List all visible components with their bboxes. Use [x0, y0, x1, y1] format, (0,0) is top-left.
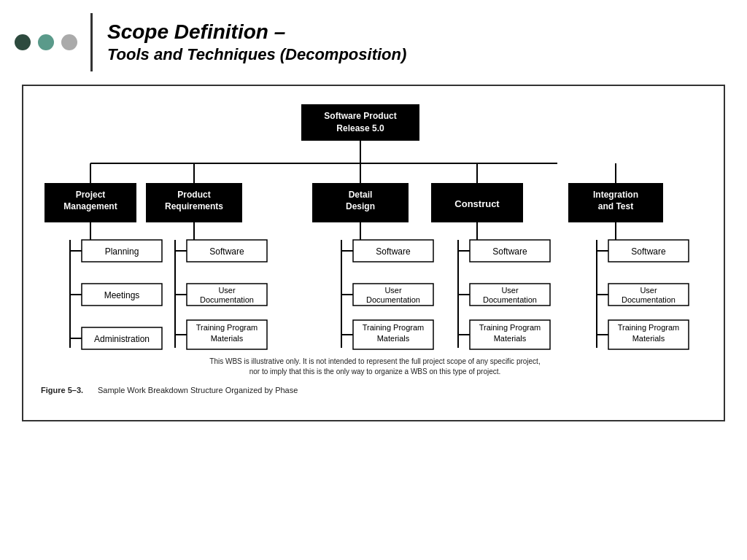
wbs-diagram: Software Product Release 5.0 Project Man…: [22, 85, 725, 421]
svg-text:Figure 5–3.: Figure 5–3.: [41, 386, 83, 394]
svg-text:Materials: Materials: [211, 334, 244, 343]
svg-text:User: User: [218, 286, 236, 295]
svg-text:Design: Design: [346, 201, 375, 211]
dot-teal: [38, 34, 54, 50]
svg-text:nor to imply that this is the : nor to imply that this is the only way t…: [249, 368, 501, 376]
svg-text:Training Program: Training Program: [618, 323, 680, 332]
svg-text:Integration: Integration: [593, 190, 638, 200]
svg-text:Training Program: Training Program: [196, 323, 258, 332]
svg-text:Documentation: Documentation: [622, 295, 676, 304]
wbs-svg-wrapper: Software Product Release 5.0 Project Man…: [32, 98, 715, 411]
svg-text:Product: Product: [177, 190, 210, 200]
svg-text:and Test: and Test: [598, 201, 633, 211]
svg-text:Project: Project: [76, 190, 106, 200]
svg-text:Training Program: Training Program: [479, 323, 541, 332]
svg-text:Materials: Materials: [377, 334, 410, 343]
svg-text:Software: Software: [631, 246, 666, 257]
svg-text:Requirements: Requirements: [165, 201, 223, 211]
dot-dark: [15, 34, 31, 50]
page-title-main: Scope Definition –: [107, 20, 406, 44]
wbs-svg: Software Product Release 5.0 Project Man…: [32, 98, 715, 411]
svg-text:User: User: [501, 286, 519, 295]
header-divider: [90, 13, 93, 71]
svg-text:Software: Software: [492, 246, 527, 257]
svg-text:Administration: Administration: [94, 334, 150, 344]
page-title-sub: Tools and Techniques (Decomposition): [107, 44, 406, 66]
svg-text:Sample Work Breakdown Structur: Sample Work Breakdown Structure Organize…: [98, 386, 298, 394]
svg-text:Planning: Planning: [105, 246, 139, 257]
svg-text:User: User: [640, 286, 657, 295]
svg-text:Software Product: Software Product: [324, 111, 396, 121]
svg-text:Management: Management: [63, 201, 117, 211]
svg-text:This WBS is illustrative only.: This WBS is illustrative only. It is not…: [209, 357, 540, 365]
svg-text:Documentation: Documentation: [483, 295, 537, 304]
svg-text:Documentation: Documentation: [200, 295, 254, 304]
svg-text:Meetings: Meetings: [104, 290, 140, 300]
dot-gray: [61, 34, 77, 50]
svg-text:User: User: [384, 286, 402, 295]
dots-container: [15, 34, 77, 50]
svg-text:Materials: Materials: [494, 334, 527, 343]
header: Scope Definition – Tools and Techniques …: [0, 0, 747, 79]
svg-text:Documentation: Documentation: [366, 295, 420, 304]
svg-text:Materials: Materials: [632, 334, 665, 343]
svg-text:Software: Software: [376, 246, 411, 257]
svg-text:Software: Software: [209, 246, 244, 257]
title-block: Scope Definition – Tools and Techniques …: [107, 20, 406, 65]
svg-text:Release 5.0: Release 5.0: [336, 123, 384, 133]
svg-text:Training Program: Training Program: [363, 323, 425, 332]
svg-text:Construct: Construct: [454, 198, 500, 209]
svg-text:Detail: Detail: [349, 190, 373, 200]
